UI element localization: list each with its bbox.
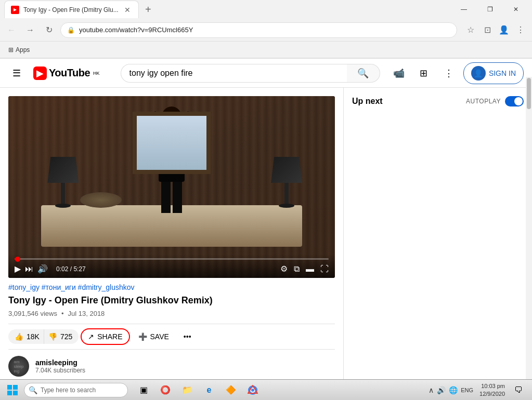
search-input[interactable] xyxy=(121,64,347,83)
like-button[interactable]: 👍 18K xyxy=(8,329,44,344)
more-vert-icon: ⋮ xyxy=(444,68,453,79)
vlc-icon: 🔶 xyxy=(226,385,236,395)
sys-tray: ∧ 🔊 🌐 ENG 10:03 pm 12/9/2020 🗨 xyxy=(424,382,530,397)
volume-button[interactable]: 🔊 xyxy=(37,264,48,274)
volume-tray-icon[interactable]: 🔊 xyxy=(437,386,446,394)
maximize-button[interactable]: ❐ xyxy=(478,1,502,18)
profile-button[interactable]: 👤 xyxy=(497,23,511,37)
taskbar-search-icon: 🔍 xyxy=(29,386,37,394)
apps-bookmark[interactable]: ⊞ Apps xyxy=(4,45,34,55)
action-center-button[interactable]: 🗨 xyxy=(511,383,526,397)
file-explorer-button[interactable]: 📁 xyxy=(177,380,198,401)
current-time: 0:02 xyxy=(56,265,68,273)
refresh-button[interactable]: ↻ xyxy=(42,23,56,37)
video-meta: 3,091,546 views • Jul 13, 2018 xyxy=(8,310,335,317)
search-button[interactable]: 🔍 xyxy=(347,64,380,83)
language-indicator[interactable]: ENG xyxy=(461,387,473,393)
file-explorer-icon: 📁 xyxy=(182,385,192,395)
yt-logo-icon: ▶ xyxy=(33,66,47,80)
action-bar: 👍 18K 👎 725 ↗ SHARE ➕ SAVE xyxy=(8,324,335,350)
video-title: Tony Igy - Open Fire (Dmitry Glushkov Re… xyxy=(8,295,335,306)
hamburger-menu-button[interactable]: ☰ xyxy=(8,63,25,83)
more-button[interactable]: ⋮ xyxy=(513,23,528,37)
yt-header: ☰ ▶ YouTube HK 🔍 📹 ⊞ ⋮ 👤 SIGN IN xyxy=(0,59,532,88)
scrollbar-thumb[interactable] xyxy=(527,78,531,109)
sign-in-button[interactable]: 👤 SIGN IN xyxy=(463,62,524,84)
address-bar[interactable]: 🔒 youtube.com/watch?v=9RCUmcl665Y xyxy=(60,22,457,38)
video-controls: ▶ ⏭ 🔊 0:02 / 5:27 xyxy=(8,254,335,278)
scrollbar-track xyxy=(526,77,532,379)
taskbar-search[interactable]: 🔍 Type here to search xyxy=(24,383,128,397)
video-player[interactable]: ▶ ⏭ 🔊 0:02 / 5:27 xyxy=(8,96,335,278)
edge-browser-button[interactable]: e xyxy=(199,380,219,401)
thumb-down-icon: 👎 xyxy=(48,332,57,341)
forward-button[interactable]: → xyxy=(23,23,37,37)
taskbar-search-placeholder: Type here to search xyxy=(41,386,96,394)
channel-avatar[interactable]: amsleeping xyxy=(8,356,29,377)
active-tab[interactable]: Tony Igy - Open Fire (Dmitry Glu... ✕ xyxy=(4,1,139,18)
next-button[interactable]: ⏭ xyxy=(25,264,33,274)
sign-in-avatar: 👤 xyxy=(471,66,486,81)
playlist-add-icon: ➕ xyxy=(138,332,147,341)
start-button[interactable] xyxy=(2,380,23,401)
share-icon: ↗ xyxy=(88,332,94,341)
bookmark-star-button[interactable]: ☆ xyxy=(463,23,478,37)
youtube-page: ☰ ▶ YouTube HK 🔍 📹 ⊞ ⋮ 👤 SIGN IN xyxy=(0,59,532,382)
new-tab-button[interactable]: + xyxy=(141,2,155,17)
chrome-button[interactable] xyxy=(242,380,263,401)
task-view-icon: ▣ xyxy=(140,385,148,395)
taskbar-items: ▣ ⭕ 📁 e 🔶 xyxy=(133,380,263,401)
channel-name[interactable]: amisleeping xyxy=(35,358,85,367)
settings-icon: ⚙ xyxy=(280,264,288,274)
settings-button[interactable]: ⚙ xyxy=(280,264,288,274)
show-hidden-icons-button[interactable]: ∧ xyxy=(429,386,434,394)
dislike-button[interactable]: 👎 725 xyxy=(44,329,79,344)
create-video-button[interactable]: 📹 xyxy=(388,63,409,84)
theater-icon: ▬ xyxy=(306,264,314,274)
bookmarks-bar: ⊞ Apps xyxy=(0,42,532,58)
autoplay-toggle[interactable] xyxy=(505,96,524,106)
close-button[interactable]: ✕ xyxy=(504,1,528,18)
channel-subscribers: 7.04K subscribers xyxy=(35,367,85,374)
svg-rect-0 xyxy=(7,385,12,390)
cast-button[interactable]: ⊡ xyxy=(480,23,495,37)
minimize-button[interactable]: — xyxy=(452,1,476,18)
settings-menu-button[interactable]: ⋮ xyxy=(438,63,459,84)
window-controls: — ❐ ✕ xyxy=(452,1,528,18)
video-hashtags[interactable]: #tony_igy #тони_иги #dmitry_glushkov xyxy=(8,283,335,291)
fullscreen-button[interactable]: ⛶ xyxy=(320,264,329,274)
svg-rect-3 xyxy=(13,391,18,395)
progress-bar[interactable] xyxy=(15,258,329,260)
tab-close-button[interactable]: ✕ xyxy=(123,5,132,15)
task-view-button[interactable]: ▣ xyxy=(133,380,154,401)
autoplay-label: AUTOPLAY xyxy=(466,98,501,105)
vlc-button[interactable]: 🔶 xyxy=(220,380,241,401)
save-label: SAVE xyxy=(150,332,169,341)
network-tray-icon[interactable]: 🌐 xyxy=(449,386,458,394)
save-button[interactable]: ➕ SAVE xyxy=(132,329,175,344)
yt-logo[interactable]: ▶ YouTube HK xyxy=(33,66,100,80)
miniplayer-button[interactable]: ⧉ xyxy=(294,264,300,274)
cortana-button[interactable]: ⭕ xyxy=(155,380,176,401)
clock-date: 12/9/2020 xyxy=(479,390,505,397)
video-background xyxy=(8,96,335,278)
apps-grid-button[interactable]: ⊞ xyxy=(413,63,434,84)
theater-button[interactable]: ▬ xyxy=(306,264,314,274)
system-clock[interactable]: 10:03 pm 12/9/2020 xyxy=(475,382,509,397)
camera-icon: 📹 xyxy=(393,68,405,79)
apps-label: Apps xyxy=(16,46,30,54)
share-button[interactable]: ↗ SHARE xyxy=(81,328,129,345)
cortana-icon: ⭕ xyxy=(160,385,171,395)
chrome-icon xyxy=(248,385,258,395)
back-button[interactable]: ← xyxy=(4,23,19,37)
video-section: ▶ ⏭ 🔊 0:02 / 5:27 xyxy=(0,88,343,382)
clock-time: 10:03 pm xyxy=(479,382,505,390)
search-icon: 🔍 xyxy=(357,68,369,79)
taskbar: 🔍 Type here to search ▣ ⭕ 📁 e 🔶 xyxy=(0,379,532,400)
more-actions-button[interactable]: ••• xyxy=(177,329,198,344)
play-button[interactable]: ▶ xyxy=(15,264,21,274)
thumb-up-icon: 👍 xyxy=(15,332,23,341)
yt-main-content: ▶ ⏭ 🔊 0:02 / 5:27 xyxy=(0,88,532,382)
progress-fill xyxy=(15,258,18,260)
dislike-count: 725 xyxy=(60,332,72,341)
